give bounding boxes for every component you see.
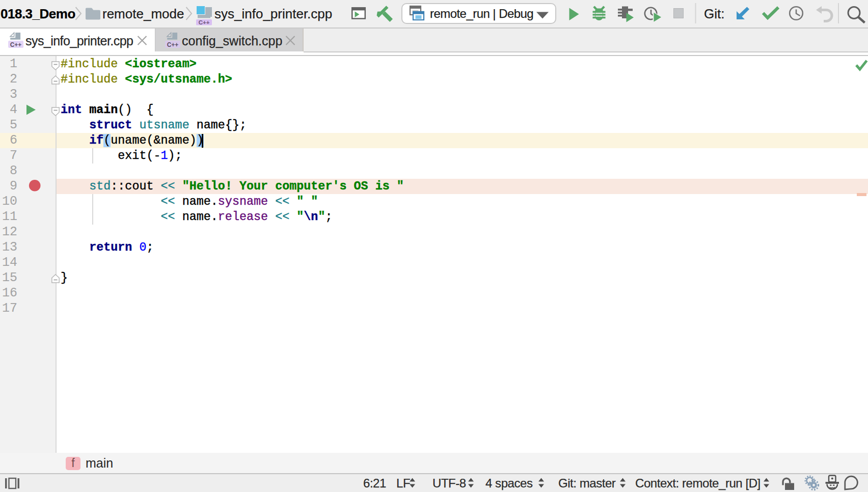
svg-text:C++: C++ [199,19,210,25]
svg-text:C++: C++ [10,41,22,48]
svg-text:C++: C++ [167,41,179,48]
